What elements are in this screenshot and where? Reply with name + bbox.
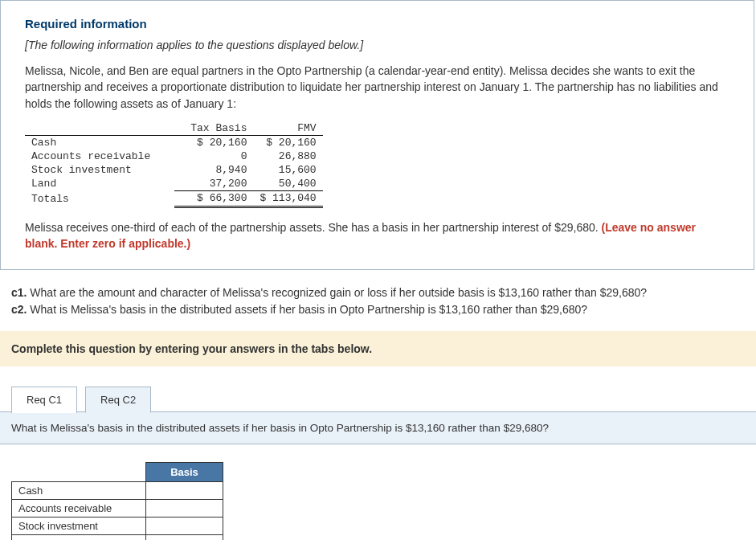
scenario-paragraph-2: Melissa receives one-third of each of th… (25, 219, 729, 252)
table-row: Cash $ 20,160 $ 20,160 (25, 135, 323, 149)
tab-req-c2[interactable]: Req C2 (85, 387, 151, 413)
question-container: Required information [The following info… (0, 0, 754, 270)
col-header-tax: Tax Basis (174, 121, 253, 136)
problem-statement: Required information [The following info… (1, 1, 754, 269)
corner-cell (12, 463, 146, 482)
cell-value: $ 66,300 (174, 190, 253, 207)
answer-row-label: Stock investment (12, 518, 146, 535)
question-text-c2: What is Melissa's basis in the distribut… (27, 303, 587, 316)
row-label: Stock investment (25, 163, 174, 177)
row-label: Totals (25, 190, 174, 207)
answer-col-header: Basis (146, 463, 223, 482)
cell-value: $ 20,160 (174, 135, 253, 149)
cell-value: 15,600 (253, 163, 322, 177)
section-heading: Required information (25, 17, 729, 31)
table-row: Accounts receivable (12, 500, 223, 518)
table-row: Land 37,200 50,400 (25, 177, 323, 191)
table-row: Land (12, 535, 223, 540)
applies-note: [The following information applies to th… (25, 39, 729, 51)
cell-value: 50,400 (253, 177, 322, 191)
answer-row-label: Accounts receivable (12, 500, 146, 518)
table-row: Cash (12, 482, 223, 500)
basis-input-cash[interactable] (146, 482, 223, 499)
cell-value: 0 (174, 149, 253, 163)
table-row: Stock investment 8,940 15,600 (25, 163, 323, 177)
question-text-c1: What are the amount and character of Mel… (27, 286, 647, 299)
row-label: Land (25, 177, 174, 191)
asset-table: Tax Basis FMV Cash $ 20,160 $ 20,160 Acc… (25, 121, 323, 208)
table-row: Stock investment (12, 518, 223, 535)
totals-row: Totals $ 66,300 $ 113,040 (25, 190, 323, 207)
question-label-c2: c2. (11, 303, 27, 316)
answer-row-label: Land (12, 535, 146, 540)
tab-req-c1[interactable]: Req C1 (11, 387, 77, 413)
basis-input-land[interactable] (146, 535, 223, 540)
basis-input-ar[interactable] (146, 500, 223, 517)
scenario-text: Melissa receives one-third of each of th… (25, 221, 602, 234)
sub-questions: c1. What are the amount and character of… (0, 270, 756, 331)
instruction-bar: Complete this question by entering your … (0, 331, 756, 366)
answer-table: Basis Cash Accounts receivable Stock inv… (11, 462, 223, 540)
cell-value: 8,940 (174, 163, 253, 177)
cell-value: $ 20,160 (253, 135, 322, 149)
scenario-paragraph-1: Melissa, Nicole, and Ben are equal partn… (25, 63, 729, 112)
question-label-c1: c1. (11, 286, 27, 299)
basis-input-stock[interactable] (146, 518, 223, 534)
row-label: Cash (25, 135, 174, 149)
cell-value: $ 113,040 (253, 190, 322, 207)
row-label: Accounts receivable (25, 149, 174, 163)
tab-navigation: Req C1 Req C2 (0, 366, 756, 412)
table-row: Accounts receivable 0 26,880 (25, 149, 323, 163)
answer-area: Basis Cash Accounts receivable Stock inv… (0, 444, 756, 540)
cell-value: 26,880 (253, 149, 322, 163)
active-sub-question: What is Melissa's basis in the distribut… (0, 411, 756, 444)
col-header-fmv: FMV (253, 121, 322, 136)
cell-value: 37,200 (174, 177, 253, 191)
answer-row-label: Cash (12, 482, 146, 500)
